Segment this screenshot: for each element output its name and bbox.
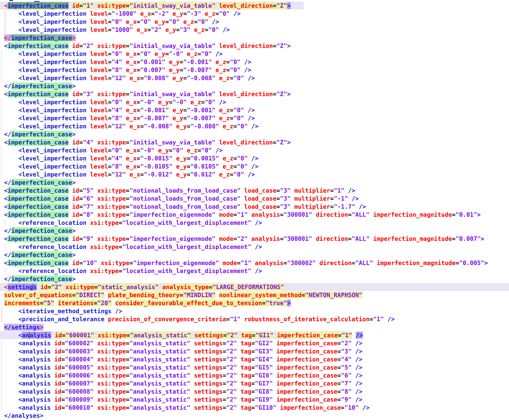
code-token (94, 404, 97, 411)
code-token (4, 115, 18, 121)
code-line[interactable]: </imperfection_case> (0, 227, 509, 235)
code-line[interactable]: <level_imperfection level="0" e_x="-0" e… (0, 98, 509, 106)
code-token: "static_analysis" (98, 284, 159, 291)
code-token: = (126, 388, 130, 395)
code-token: e_z (215, 67, 226, 73)
code-line[interactable]: <reference_location xsi:type="location_w… (0, 267, 509, 275)
code-line[interactable]: <level_imperfection level="4" e_x="-0.00… (0, 106, 509, 114)
code-line[interactable]: <imperfection_case id="10" xsi:type="imp… (0, 259, 509, 267)
code-token: "2" (226, 396, 237, 403)
code-token: = (251, 372, 255, 379)
code-token: "GI7" (255, 380, 273, 387)
code-line[interactable]: <analysis id="600006" xsi:type="analysis… (0, 371, 509, 379)
code-line[interactable]: <reference_location xsi:type="location_w… (0, 219, 509, 227)
code-line[interactable]: <imperfection_case id="4" xsi:type="init… (0, 138, 509, 146)
code-token (104, 292, 108, 299)
code-line[interactable]: <level_imperfection level="8" e_x="-0.01… (0, 162, 509, 170)
code-token: xsi:type (97, 235, 126, 242)
code-line[interactable]: <imperfection_case id="9" xsi:type="impe… (0, 235, 509, 243)
xml-code-editor[interactable]: <imperfection_case id="1" xsi:type="init… (0, 0, 509, 420)
code-token: = (223, 372, 226, 379)
code-token (219, 123, 223, 130)
code-token (369, 235, 373, 242)
code-token: = (276, 195, 280, 202)
code-line[interactable]: <imperfection_case id="5" xsi:type="noti… (0, 187, 509, 195)
code-token: <level_imperfection (18, 26, 86, 33)
code-token (191, 340, 194, 347)
code-line[interactable]: <precision_and_tolerance precision_of_co… (0, 315, 509, 323)
code-line[interactable]: <imperfection_case id="1" xsi:type="init… (0, 2, 509, 10)
code-line[interactable]: <level_imperfection level="0" e_x="0" e_… (0, 18, 509, 26)
code-line[interactable]: <reference_location xsi:type="location_w… (0, 243, 509, 251)
code-line[interactable]: </imperfection_case> (0, 251, 509, 259)
code-line[interactable]: </imperfection_case> (0, 179, 509, 187)
code-token: "2" (226, 380, 237, 387)
code-line[interactable]: <imperfection_case id="7" xsi:type="noti… (0, 203, 509, 211)
code-line[interactable]: <level_imperfection level="0" e_x="-0" e… (0, 146, 509, 154)
code-line[interactable]: <level_imperfection level="4" e_x="-0.00… (0, 154, 509, 162)
code-line[interactable]: <level_imperfection level="-1000" e_x="-… (0, 10, 509, 18)
code-token: = (108, 123, 112, 130)
code-token (86, 59, 90, 65)
code-text: <level_imperfection level="12" e_x="0.00… (0, 74, 255, 82)
code-line[interactable]: </imperfection_case> (0, 130, 509, 138)
code-line[interactable]: <analysis id="600001" xsi:type="analysis… (0, 331, 509, 339)
code-token: multiplier (294, 187, 330, 194)
code-token (215, 2, 219, 9)
code-line[interactable]: <imperfection_case id="8" xsi:type="impe… (0, 211, 509, 219)
code-line[interactable]: solver_of_equations="DIRECT" plate_bendi… (0, 291, 509, 299)
code-token (191, 372, 194, 379)
code-token: "0" (172, 147, 183, 154)
code-line[interactable]: <analysis id="600004" xsi:type="analysis… (0, 355, 509, 363)
code-line[interactable]: <level_imperfection level="12" e_x="-0.0… (0, 170, 509, 178)
code-line[interactable]: <analysis id="600008" xsi:type="analysis… (0, 388, 509, 396)
code-token (172, 171, 176, 178)
code-line[interactable]: <level_imperfection level="0" e_x="0" e_… (0, 50, 509, 58)
code-line[interactable]: <imperfection_case id="3" xsi:type="init… (0, 90, 509, 98)
code-line[interactable]: <analysis id="600007" xsi:type="analysis… (0, 379, 509, 387)
code-token: xsi:type (90, 243, 119, 250)
code-line[interactable]: <level_imperfection level="8" e_x="-0.00… (0, 114, 509, 122)
code-token: "DIRECT" (76, 292, 104, 299)
code-line[interactable]: <imperfection_case id="2" xsi:type="init… (0, 42, 509, 50)
code-line[interactable]: <iterative_method_settings /> (0, 307, 509, 315)
code-token (69, 211, 72, 218)
code-line[interactable]: <analysis id="600003" xsi:type="analysis… (0, 347, 509, 355)
code-token: level_direction (219, 139, 273, 146)
code-line[interactable]: </imperfection_case> (0, 275, 509, 283)
code-token (273, 388, 276, 395)
code-line[interactable]: <analysis id="600009" xsi:type="analysis… (0, 396, 509, 404)
code-token: <analysis (18, 364, 51, 371)
code-line[interactable]: <level_imperfection level="12" e_x="0.00… (0, 74, 509, 82)
code-line[interactable]: <level_imperfection level="8" e_x="0.007… (0, 66, 509, 74)
code-text: <imperfection_case id="8" xsi:type="impe… (0, 211, 481, 219)
code-text: <level_imperfection level="0" e_x="0" e_… (0, 50, 223, 58)
code-line[interactable]: </imperfection_case> (0, 34, 509, 42)
code-token: /> (241, 67, 251, 73)
code-token (4, 18, 18, 25)
code-token (273, 356, 276, 363)
code-line[interactable]: </settings> (0, 323, 509, 331)
code-token (191, 26, 194, 33)
code-line[interactable]: <level_imperfection level="12" e_x="-0.0… (0, 122, 509, 130)
code-token: "analysis_static" (129, 388, 190, 395)
code-line[interactable]: <analysis id="600002" xsi:type="analysis… (0, 339, 509, 347)
code-token (237, 404, 241, 411)
code-line[interactable]: increments="5" iterations="20" consider_… (0, 299, 509, 307)
code-line[interactable]: <analysis id="600010" xsi:type="analysis… (0, 404, 509, 412)
code-token (169, 115, 173, 121)
code-token: "-0.007" (140, 115, 169, 121)
code-token: "ALL" (352, 235, 369, 242)
code-line[interactable]: </analyses> (0, 412, 509, 420)
code-line[interactable]: <analysis id="600005" xsi:type="analysis… (0, 363, 509, 371)
code-token (94, 235, 97, 242)
code-token: e_y (165, 26, 176, 33)
code-token: = (187, 155, 191, 162)
code-token: imperfection_case (8, 42, 69, 49)
code-line[interactable]: <imperfection_case id="6" xsi:type="noti… (0, 195, 509, 202)
code-line[interactable]: <level_imperfection level="4" e_x="0.001… (0, 58, 509, 66)
code-line[interactable]: </imperfection_case> (0, 82, 509, 90)
code-line[interactable]: <level_imperfection level="1000" e_x="2"… (0, 26, 509, 34)
code-token: </ (4, 34, 11, 41)
code-line[interactable]: <settings id="2" xsi:type="static_analys… (0, 283, 509, 291)
